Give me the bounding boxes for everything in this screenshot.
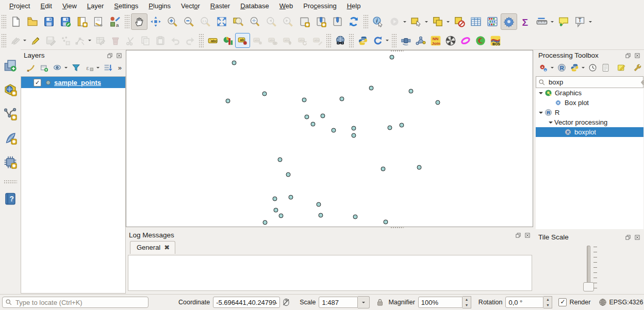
float-panel-icon[interactable] xyxy=(624,52,632,59)
close-panel-icon[interactable] xyxy=(524,232,531,239)
layer-item-sample-points[interactable]: ✓ sample_points xyxy=(21,77,125,88)
processing-models-dropdown-arrow[interactable] xyxy=(551,67,554,70)
measure-dropdown-arrow[interactable] xyxy=(551,21,554,24)
select-rectangle-button[interactable] xyxy=(408,13,424,30)
deselect-all-button[interactable] xyxy=(451,13,468,30)
text-annotation-button[interactable]: T xyxy=(572,13,588,30)
float-panel-icon[interactable] xyxy=(515,232,522,239)
measure-button[interactable] xyxy=(534,13,550,30)
tree-item-graphics[interactable]: Graphics xyxy=(536,88,643,98)
epsg-label[interactable]: EPSG:4326 xyxy=(609,299,643,306)
text-annotation-dropdown-arrow[interactable] xyxy=(589,21,592,24)
menu-help[interactable]: Help xyxy=(342,1,366,11)
save-project-as-button[interactable] xyxy=(57,13,74,30)
python-console-button[interactable] xyxy=(355,33,370,48)
metasearch-button[interactable] xyxy=(333,33,348,48)
history-button[interactable] xyxy=(586,61,599,74)
tile-scale-slider-handle[interactable] xyxy=(583,282,594,291)
filter-expression-dropdown-arrow[interactable] xyxy=(96,67,100,70)
tree-item-boxplot[interactable]: Rboxplot xyxy=(536,127,643,137)
processing-toolbox-button[interactable] xyxy=(501,13,517,30)
splitter-handle[interactable] xyxy=(390,50,404,53)
manage-map-themes-dropdown-arrow[interactable] xyxy=(64,67,68,70)
new-bookmark-button[interactable] xyxy=(296,13,312,30)
ellipse-plugin-button[interactable] xyxy=(458,33,473,48)
new-print-layout-button[interactable] xyxy=(74,13,90,30)
layout-manager-button[interactable] xyxy=(90,13,107,30)
float-panel-icon[interactable] xyxy=(624,234,632,241)
data-source-manager-button[interactable] xyxy=(2,57,19,74)
attribute-table-button[interactable] xyxy=(468,13,484,30)
new-project-button[interactable] xyxy=(8,13,24,30)
zoom-to-selection-button[interactable] xyxy=(230,13,246,30)
menu-project[interactable]: Project xyxy=(4,1,35,11)
new-scratch-layer-button[interactable] xyxy=(2,129,19,147)
lock-scale-icon[interactable] xyxy=(375,297,385,307)
python-scripts-dropdown-arrow[interactable] xyxy=(582,67,585,70)
map-tips-button[interactable] xyxy=(555,13,572,30)
plugin-reload-dropdown-arrow[interactable] xyxy=(386,40,389,43)
topology-checker-button[interactable] xyxy=(413,33,428,48)
crs-globe-icon[interactable] xyxy=(598,297,608,307)
manage-map-themes-button[interactable] xyxy=(51,61,64,74)
plugin-reload-button[interactable] xyxy=(370,33,385,48)
scale-input[interactable] xyxy=(319,297,358,308)
run-feature-action-dropdown-arrow[interactable] xyxy=(403,21,406,24)
r-provider-button[interactable]: R xyxy=(555,61,568,74)
pan-map-button[interactable] xyxy=(131,13,147,30)
edit-inplace-button[interactable] xyxy=(615,61,628,74)
rotation-spinner[interactable]: ▲▼ xyxy=(543,296,552,308)
menu-raster[interactable]: Raster xyxy=(205,1,235,11)
style-manager-button[interactable]: a xyxy=(107,13,123,30)
select-by-value-dropdown-arrow[interactable] xyxy=(447,21,450,24)
statistics-button[interactable]: Σ xyxy=(517,13,534,30)
save-project-button[interactable] xyxy=(41,13,57,30)
help-contents-button[interactable]: ? xyxy=(2,190,19,208)
field-calculator-button[interactable] xyxy=(484,13,501,30)
options-wrench-button[interactable] xyxy=(631,61,644,74)
magnifier-input[interactable] xyxy=(418,297,463,308)
magnifier-spinner[interactable]: ▲▼ xyxy=(463,296,471,308)
close-panel-icon[interactable] xyxy=(634,52,641,59)
select-rectangle-dropdown-arrow[interactable] xyxy=(425,21,428,24)
bookmark-panel-button[interactable] xyxy=(329,13,345,30)
tab-close-icon[interactable]: ✖ xyxy=(164,245,170,250)
tree-item-vector-processing[interactable]: Vector processing xyxy=(536,117,643,127)
gps-tools-button[interactable] xyxy=(398,33,413,48)
menu-edit[interactable]: Edit xyxy=(35,1,57,11)
locator-input[interactable] xyxy=(14,298,145,307)
new-virtual-layer-button[interactable] xyxy=(2,153,19,171)
rotation-input[interactable] xyxy=(505,297,543,308)
layer-diagram-button[interactable] xyxy=(220,33,235,48)
identify-features-button[interactable]: i xyxy=(370,13,386,30)
layer-labeling-button[interactable]: abc xyxy=(205,33,220,48)
menu-vector[interactable]: Vector xyxy=(176,1,205,11)
tree-item-box-plot[interactable]: Box plot xyxy=(536,98,643,108)
toggle-extents-mouse-icon[interactable] xyxy=(281,297,291,307)
processing-search-input[interactable] xyxy=(548,78,640,87)
tab-general[interactable]: General ✖ xyxy=(130,241,175,254)
python-scripts-button[interactable] xyxy=(568,61,581,74)
menu-plugins[interactable]: Plugins xyxy=(143,1,176,11)
close-panel-icon[interactable] xyxy=(634,234,641,241)
expand-arrow-icon[interactable] xyxy=(549,122,553,126)
expand-collapse-button[interactable] xyxy=(101,61,114,74)
layer-name[interactable]: sample_points xyxy=(54,79,101,87)
toggle-editing-button[interactable] xyxy=(28,33,43,48)
refresh-button[interactable] xyxy=(345,13,362,30)
open-project-button[interactable] xyxy=(24,13,41,30)
filter-expression-button[interactable]: ε xyxy=(82,61,96,74)
show-bookmarks-button[interactable] xyxy=(312,13,329,30)
float-panel-icon[interactable] xyxy=(106,52,113,59)
render-checkbox[interactable]: ✓ xyxy=(558,298,567,306)
current-edits-dropdown-arrow[interactable] xyxy=(23,40,26,43)
pan-to-selection-button[interactable] xyxy=(147,13,164,30)
nn-join-button[interactable]: NNJoin xyxy=(428,33,443,48)
select-by-value-button[interactable] xyxy=(430,13,446,30)
map-canvas[interactable] xyxy=(126,50,533,227)
close-panel-icon[interactable] xyxy=(115,52,123,59)
rose-diagram-button[interactable] xyxy=(443,33,458,48)
filter-legend-button[interactable] xyxy=(69,61,82,74)
layer-visibility-checkbox[interactable]: ✓ xyxy=(34,79,41,87)
menu-web[interactable]: Web xyxy=(274,1,299,11)
